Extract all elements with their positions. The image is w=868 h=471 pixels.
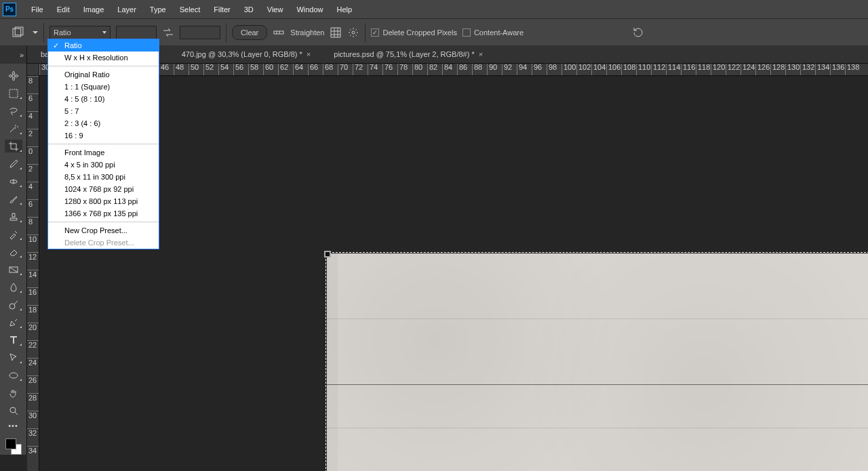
dropdown-item[interactable]: 4 : 5 (8 : 10) — [48, 93, 159, 105]
ruler-tick: 10 — [27, 234, 39, 243]
shape-tool[interactable] — [5, 369, 22, 382]
menu-view[interactable]: View — [260, 1, 290, 18]
crop-tool[interactable] — [5, 140, 22, 152]
clear-button[interactable]: Clear — [232, 25, 267, 40]
color-swatches[interactable] — [5, 438, 22, 455]
ruler-tick: 30 — [27, 411, 39, 419]
ruler-tick: 14 — [27, 270, 39, 279]
close-icon[interactable]: × — [307, 50, 311, 58]
ruler-tick: 114 — [666, 64, 680, 76]
tool-preset-chevron-icon[interactable] — [33, 31, 38, 34]
menu-layer[interactable]: Layer — [111, 1, 143, 18]
app-logo: Ps — [3, 3, 16, 16]
ruler-tick: 124 — [741, 64, 755, 76]
dropdown-item[interactable]: 16 : 9 — [48, 129, 159, 142]
dropdown-item[interactable]: Original Ratio — [48, 68, 159, 81]
crop-settings-gear-icon[interactable] — [347, 26, 359, 39]
tabstrip-expand-icon[interactable]: » — [0, 45, 27, 64]
ruler-tick: 0 — [27, 146, 39, 155]
straighten-icon[interactable] — [273, 26, 285, 39]
dropdown-item[interactable]: 2 : 3 (4 : 6) — [48, 117, 159, 129]
dropdown-item[interactable]: 8,5 x 11 in 300 ppi — [48, 171, 159, 183]
ratio-dropdown[interactable]: Ratio — [50, 26, 111, 39]
magic-wand-tool[interactable] — [5, 122, 22, 135]
horizontal-ruler[interactable]: 3032343638404244464850525456586062646668… — [39, 64, 868, 76]
stamp-tool[interactable] — [5, 210, 22, 223]
ratio-dropdown-menu: RatioW x H x ResolutionOriginal Ratio1 :… — [47, 39, 159, 249]
ruler-tick: 4 — [27, 111, 39, 120]
ruler-tick: 8 — [27, 217, 39, 226]
history-brush-tool[interactable] — [5, 228, 22, 241]
ratio-dropdown-label: Ratio — [54, 28, 71, 37]
pen-tool[interactable] — [5, 316, 22, 329]
ruler-tick: 116 — [681, 64, 695, 76]
eyedropper-tool[interactable] — [5, 157, 22, 170]
menu-help[interactable]: Help — [330, 1, 359, 18]
brush-tool[interactable] — [5, 192, 22, 205]
dropdown-item[interactable]: New Crop Preset... — [48, 224, 159, 237]
type-tool[interactable] — [5, 333, 22, 346]
canvas[interactable] — [327, 253, 868, 471]
menu-window[interactable]: Window — [290, 1, 330, 18]
menu-type[interactable]: Type — [143, 1, 173, 18]
ruler-tick: 96 — [532, 64, 542, 76]
content-aware-checkbox[interactable]: Content-Aware — [462, 28, 524, 37]
hand-tool[interactable] — [5, 386, 22, 399]
dropdown-item[interactable]: 1280 x 800 px 113 ppi — [48, 195, 159, 207]
ruler-tick: 82 — [427, 64, 437, 76]
dropdown-item[interactable]: W x H x Resolution — [48, 52, 159, 64]
dropdown-item[interactable]: Ratio — [48, 39, 159, 52]
zoom-tool[interactable] — [5, 404, 22, 417]
vertical-ruler[interactable]: 86420246810121416182022242628303234 — [27, 76, 39, 471]
gradient-tool[interactable] — [5, 263, 22, 276]
dropdown-item[interactable]: Front Image — [48, 146, 159, 159]
doc-tab-3[interactable]: pictures.psd @ 75,1% (Layer 2, RGB/8#) *… — [327, 45, 490, 63]
reset-crop-icon[interactable] — [632, 26, 644, 39]
separator — [48, 222, 159, 222]
delete-cropped-checkbox[interactable]: Delete Cropped Pixels — [371, 28, 456, 37]
menu-edit[interactable]: Edit — [50, 1, 77, 18]
dropdown-item[interactable]: 1 : 1 (Square) — [48, 81, 159, 93]
marquee-tool[interactable] — [5, 87, 22, 100]
blur-tool[interactable] — [5, 281, 22, 293]
menu-3d[interactable]: 3D — [237, 1, 260, 18]
close-icon[interactable]: × — [479, 50, 483, 58]
ruler-tick: 120 — [711, 64, 725, 76]
ruler-tick: 52 — [203, 64, 214, 76]
path-select-tool[interactable] — [5, 351, 22, 364]
swap-dimensions-icon[interactable] — [162, 26, 174, 39]
menu-file[interactable]: File — [24, 1, 50, 18]
ruler-tick: 76 — [382, 64, 393, 76]
edit-toolbar[interactable]: ••• — [5, 422, 22, 430]
dropdown-item[interactable]: 1024 x 768 px 92 ppi — [48, 183, 159, 195]
move-tool[interactable] — [5, 69, 22, 82]
ruler-tick: 26 — [27, 375, 39, 384]
grid-overlay-icon[interactable] — [330, 26, 342, 39]
eraser-tool[interactable] — [5, 245, 22, 258]
menu-filter[interactable]: Filter — [207, 1, 237, 18]
dodge-tool[interactable] — [5, 298, 22, 311]
ruler-tick: 2 — [27, 129, 39, 138]
ruler-tick: 24 — [27, 358, 39, 367]
foreground-color-swatch[interactable] — [5, 438, 16, 449]
crop-width-input[interactable] — [116, 26, 157, 39]
ruler-tick: 68 — [323, 64, 333, 76]
doc-tab-2[interactable]: 470.jpg @ 30,3% (Layer 0, RGB/8) * × — [175, 45, 318, 63]
ruler-tick: 126 — [755, 64, 770, 76]
ruler-tick: 2 — [27, 164, 39, 173]
crop-handle-top-left[interactable] — [324, 251, 331, 258]
dropdown-item[interactable]: 1366 x 768 px 135 ppi — [48, 207, 159, 220]
tool-palette: ••• — [0, 64, 27, 455]
ruler-tick: 16 — [27, 287, 39, 296]
menu-image[interactable]: Image — [77, 1, 111, 18]
lasso-tool[interactable] — [5, 104, 22, 117]
dropdown-item[interactable]: 4 x 5 in 300 ppi — [48, 159, 159, 171]
healing-tool[interactable] — [5, 175, 22, 188]
current-tool-indicator[interactable] — [9, 24, 26, 41]
separator — [48, 66, 159, 66]
ruler-tick: 94 — [517, 64, 527, 76]
menu-select[interactable]: Select — [173, 1, 208, 18]
ruler-tick: 18 — [27, 305, 39, 314]
crop-height-input[interactable] — [180, 26, 220, 39]
dropdown-item[interactable]: 5 : 7 — [48, 105, 159, 117]
